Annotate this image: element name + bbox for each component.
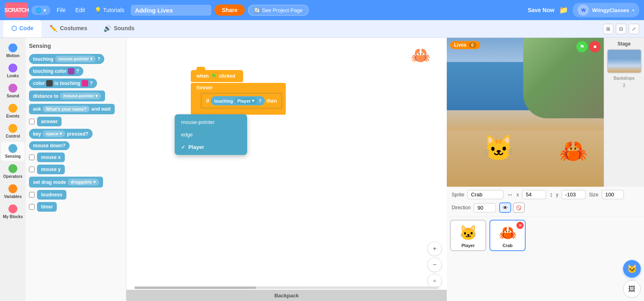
sidebar-item-looks[interactable]: Looks <box>1 61 25 80</box>
stop-button[interactable]: ■ <box>589 41 601 52</box>
sprite-info-row: Sprite ↔ x ↕ y Size Direction 👁 🚫 <box>447 187 644 216</box>
dropdown-item-edge[interactable]: edge <box>175 128 247 141</box>
sprite-name-input[interactable] <box>467 190 504 199</box>
timer-checkbox[interactable] <box>29 204 35 210</box>
dropdown-item-mouse-pointer[interactable]: mouse-pointer <box>175 116 247 128</box>
sidebar-item-sensing[interactable]: Sensing <box>1 142 25 161</box>
block-row-ask: ask What's your name? and wait <box>29 104 123 114</box>
block-timer[interactable]: timer <box>37 202 57 212</box>
show-sprite-button[interactable]: 👁 <box>499 202 511 213</box>
block-row-timer: timer <box>29 202 123 212</box>
crab-delete-button[interactable]: ✕ <box>516 222 524 229</box>
block-distance-to[interactable]: distance to mouse-pointer ▾ <box>29 91 105 101</box>
hide-sprite-button[interactable]: 🚫 <box>513 202 525 213</box>
events-color-dot <box>8 104 17 113</box>
backpack-bar[interactable]: Backpack <box>126 290 447 301</box>
looks-color-dot <box>8 64 17 72</box>
stage-play-controls: ⚑ ■ <box>576 41 601 52</box>
sprite-card-player[interactable]: 🐱 Player <box>450 220 486 251</box>
loudness-checkbox[interactable] <box>29 192 35 198</box>
touching-block[interactable]: touching Player ▾ ? <box>211 96 264 105</box>
block-ask[interactable]: ask What's your name? and wait <box>29 104 115 114</box>
y-input[interactable] <box>561 190 586 199</box>
globe-button[interactable]: 🌐 ▾ <box>31 6 50 15</box>
size-input[interactable] <box>602 190 624 199</box>
block-touching-color[interactable]: touching color ? <box>29 66 83 76</box>
block-mouse-x[interactable]: mouse x <box>37 153 65 162</box>
canvas-area: 🦀 when ⚑ clicked forever if <box>126 38 447 301</box>
scrollbar-thumb[interactable] <box>134 287 256 289</box>
zoom-out-button[interactable]: − <box>427 258 442 272</box>
user-badge[interactable]: W WiingyClasses ▾ <box>573 3 639 17</box>
key-dropdown[interactable]: space ▾ <box>43 130 65 137</box>
block-key-pressed[interactable]: key space ▾ pressed? <box>29 129 93 139</box>
sidebar-item-motion[interactable]: Motion <box>1 41 25 60</box>
sidebar-item-control[interactable]: Control <box>1 122 25 141</box>
green-flag-button[interactable]: ⚑ <box>576 41 588 52</box>
block-row-touching: touching mouse-pointer ▾ ? <box>29 54 123 64</box>
forever-block[interactable]: forever if touching Player ▾ <box>191 83 286 115</box>
when-flag-block[interactable]: when ⚑ clicked <box>191 70 243 82</box>
backdrops-count: 2 <box>623 83 625 88</box>
save-now-button[interactable]: Save Now <box>528 7 554 13</box>
block-loudness[interactable]: loudness <box>37 190 66 200</box>
file-menu[interactable]: File <box>54 5 69 15</box>
block-answer[interactable]: answer <box>37 117 62 126</box>
fullscreen-button[interactable]: ⤢ <box>629 24 639 34</box>
tab-costumes[interactable]: ✏️ Costumes <box>41 20 95 37</box>
forever-inner: if touching Player ▾ ? then <box>200 93 283 109</box>
layout-toggle-2[interactable]: ⊟ <box>616 24 626 34</box>
touching-dropdown[interactable]: mouse-pointer ▾ <box>55 56 96 62</box>
crab-sprite-name: Crab <box>493 243 522 248</box>
if-block[interactable]: if touching Player ▾ ? then <box>202 94 281 107</box>
variables-color-dot <box>8 184 17 193</box>
dropdown-item-player[interactable]: ✓ Player <box>175 141 247 153</box>
drag-mode-dropdown[interactable]: draggable ▾ <box>68 179 99 186</box>
x-input[interactable] <box>522 190 546 199</box>
project-name-input[interactable] <box>131 5 211 16</box>
tab-sounds[interactable]: 🔊 Sounds <box>95 20 142 37</box>
stage-crab-sprite: 🦀 <box>559 137 588 165</box>
layout-toggle-1[interactable]: ⊞ <box>603 24 613 34</box>
block-mouse-y[interactable]: mouse y <box>37 165 65 174</box>
flag-icon: ⚑ <box>211 73 217 79</box>
zoom-in-button[interactable]: + <box>427 241 442 256</box>
tutorials-button[interactable]: 💡 Tutorials <box>91 5 128 15</box>
block-set-drag-mode[interactable]: set drag mode draggable ▾ <box>29 177 103 188</box>
distance-dropdown[interactable]: mouse-pointer ▾ <box>60 93 101 99</box>
tab-code[interactable]: ⬡ Code <box>3 20 41 37</box>
block-touching[interactable]: touching mouse-pointer ▾ ? <box>29 54 104 64</box>
mouse-y-checkbox[interactable] <box>29 167 35 172</box>
stage-thumbnail[interactable] <box>607 49 642 73</box>
sidebar-item-variables[interactable]: Variables <box>1 182 25 201</box>
sprite-info-label: Sprite <box>452 192 464 198</box>
lives-label: Lives <box>454 42 466 48</box>
blocks-panel: Sensing touching mouse-pointer ▾ ? touch… <box>26 38 126 301</box>
color-swatch[interactable] <box>68 68 74 74</box>
share-button[interactable]: Share <box>215 4 245 16</box>
sprite-list-area: 🐱 Player ✕ 🦀 Crab 🐱 🖼 <box>447 216 644 301</box>
answer-checkbox[interactable] <box>29 119 35 124</box>
player-dropdown-btn[interactable]: Player ▾ <box>235 97 257 104</box>
folder-icon[interactable]: 📁 <box>557 4 570 16</box>
sidebar-item-operators[interactable]: Operators <box>1 162 25 181</box>
color-swatch-2[interactable] <box>46 80 53 87</box>
edit-menu[interactable]: Edit <box>72 5 88 15</box>
user-avatar: W <box>578 4 589 16</box>
sidebar-item-sound[interactable]: Sound <box>1 81 25 101</box>
sidebar-item-my-blocks[interactable]: My Blocks <box>1 202 25 221</box>
block-color-touching[interactable]: color is touching ? <box>29 78 97 88</box>
direction-input[interactable] <box>474 203 496 212</box>
color-swatch-3[interactable] <box>82 80 88 87</box>
add-sprite-button[interactable]: 🐱 <box>623 260 641 278</box>
scratch-logo[interactable]: SCRATCH <box>5 2 28 18</box>
sidebar-item-events[interactable]: Events <box>1 101 25 121</box>
horizontal-scrollbar[interactable] <box>126 286 447 290</box>
player-dropdown-value: Player <box>237 99 251 103</box>
mouse-x-checkbox[interactable] <box>29 155 35 160</box>
block-mouse-down[interactable]: mouse down? <box>29 141 70 150</box>
add-backdrop-button[interactable]: 🖼 <box>623 280 641 298</box>
see-project-button[interactable]: 🔄 See Project Page <box>248 5 309 16</box>
ask-text-field[interactable]: What's your name? <box>43 106 90 112</box>
sprite-card-crab[interactable]: ✕ 🦀 Crab <box>489 220 526 251</box>
